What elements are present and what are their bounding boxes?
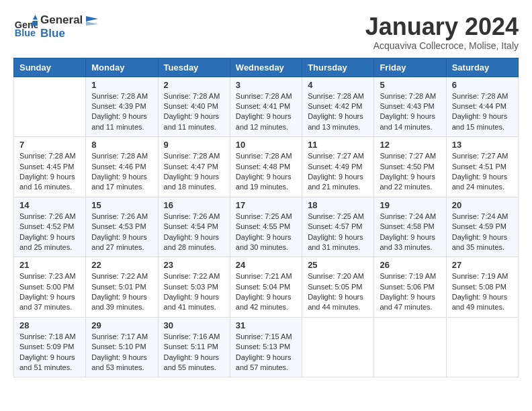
calendar-cell: 6Sunrise: 7:28 AMSunset: 4:44 PMDaylight… <box>446 77 518 137</box>
day-number: 29 <box>91 320 152 330</box>
calendar-cell: 16Sunrise: 7:26 AMSunset: 4:54 PMDayligh… <box>158 197 230 257</box>
day-info: Sunrise: 7:21 AMSunset: 5:04 PMDaylight:… <box>236 271 296 313</box>
day-number: 9 <box>164 140 224 150</box>
calendar-cell: 31Sunrise: 7:15 AMSunset: 5:13 PMDayligh… <box>230 317 302 377</box>
calendar-cell: 21Sunrise: 7:23 AMSunset: 5:00 PMDayligh… <box>14 257 86 318</box>
day-number: 13 <box>452 140 513 150</box>
day-info: Sunrise: 7:19 AMSunset: 5:06 PMDaylight:… <box>380 271 440 313</box>
week-row-1: 1Sunrise: 7:28 AMSunset: 4:39 PMDaylight… <box>14 77 519 137</box>
week-row-2: 7Sunrise: 7:28 AMSunset: 4:45 PMDaylight… <box>14 137 519 197</box>
day-info: Sunrise: 7:28 AMSunset: 4:44 PMDaylight:… <box>452 91 513 133</box>
day-info: Sunrise: 7:22 AMSunset: 5:03 PMDaylight:… <box>164 271 224 313</box>
calendar-cell: 26Sunrise: 7:19 AMSunset: 5:06 PMDayligh… <box>374 257 446 318</box>
day-number: 3 <box>236 80 296 90</box>
calendar-cell: 10Sunrise: 7:28 AMSunset: 4:48 PMDayligh… <box>230 137 302 197</box>
calendar-cell: 1Sunrise: 7:28 AMSunset: 4:39 PMDaylight… <box>86 77 158 137</box>
calendar-cell <box>374 317 446 377</box>
day-number: 24 <box>236 260 296 270</box>
logo-line2: Blue <box>40 27 98 40</box>
day-info: Sunrise: 7:22 AMSunset: 5:01 PMDaylight:… <box>91 271 152 313</box>
day-number: 18 <box>308 200 368 210</box>
day-number: 28 <box>19 320 80 330</box>
day-number: 25 <box>308 260 368 270</box>
column-header-tuesday: Tuesday <box>158 58 230 77</box>
calendar-cell: 28Sunrise: 7:18 AMSunset: 5:09 PMDayligh… <box>14 317 86 377</box>
day-number: 1 <box>91 80 152 90</box>
column-header-sunday: Sunday <box>14 58 86 77</box>
logo: General Blue General Blue <box>13 13 98 40</box>
location: Acquaviva Collecroce, Molise, Italy <box>365 40 519 51</box>
day-info: Sunrise: 7:28 AMSunset: 4:40 PMDaylight:… <box>164 91 224 133</box>
day-info: Sunrise: 7:24 AMSunset: 4:58 PMDaylight:… <box>380 212 440 253</box>
calendar-cell: 2Sunrise: 7:28 AMSunset: 4:40 PMDaylight… <box>158 77 230 137</box>
calendar-header-row: SundayMondayTuesdayWednesdayThursdayFrid… <box>14 58 519 77</box>
day-info: Sunrise: 7:28 AMSunset: 4:48 PMDaylight:… <box>236 151 296 193</box>
svg-marker-2 <box>33 15 38 19</box>
page-header: General Blue General Blue January 2024 A… <box>13 13 519 51</box>
day-number: 21 <box>19 260 80 270</box>
day-info: Sunrise: 7:19 AMSunset: 5:08 PMDaylight:… <box>452 271 513 313</box>
day-number: 12 <box>380 140 440 150</box>
day-number: 2 <box>164 80 224 90</box>
day-number: 14 <box>19 200 80 210</box>
calendar-cell <box>446 317 518 377</box>
calendar-cell: 7Sunrise: 7:28 AMSunset: 4:45 PMDaylight… <box>14 137 86 197</box>
calendar-table: SundayMondayTuesdayWednesdayThursdayFrid… <box>13 58 519 378</box>
logo-line1: General <box>40 13 98 27</box>
day-info: Sunrise: 7:28 AMSunset: 4:43 PMDaylight:… <box>380 91 440 133</box>
calendar-cell: 17Sunrise: 7:25 AMSunset: 4:55 PMDayligh… <box>230 197 302 257</box>
calendar-cell: 19Sunrise: 7:24 AMSunset: 4:58 PMDayligh… <box>374 197 446 257</box>
day-number: 7 <box>19 140 80 150</box>
day-number: 31 <box>236 320 296 330</box>
calendar-cell: 13Sunrise: 7:27 AMSunset: 4:51 PMDayligh… <box>446 137 518 197</box>
day-info: Sunrise: 7:28 AMSunset: 4:39 PMDaylight:… <box>91 91 152 133</box>
calendar-cell: 23Sunrise: 7:22 AMSunset: 5:03 PMDayligh… <box>158 257 230 318</box>
column-header-thursday: Thursday <box>302 58 374 77</box>
day-number: 17 <box>236 200 296 210</box>
calendar-cell: 14Sunrise: 7:26 AMSunset: 4:52 PMDayligh… <box>14 197 86 257</box>
day-info: Sunrise: 7:27 AMSunset: 4:49 PMDaylight:… <box>308 151 368 193</box>
title-block: January 2024 Acquaviva Collecroce, Molis… <box>365 13 519 51</box>
svg-text:Blue: Blue <box>15 28 36 38</box>
column-header-monday: Monday <box>86 58 158 77</box>
calendar-cell: 5Sunrise: 7:28 AMSunset: 4:43 PMDaylight… <box>374 77 446 137</box>
day-info: Sunrise: 7:26 AMSunset: 4:54 PMDaylight:… <box>164 212 224 253</box>
calendar-cell: 18Sunrise: 7:25 AMSunset: 4:57 PMDayligh… <box>302 197 374 257</box>
calendar-cell: 27Sunrise: 7:19 AMSunset: 5:08 PMDayligh… <box>446 257 518 318</box>
calendar-cell: 12Sunrise: 7:27 AMSunset: 4:50 PMDayligh… <box>374 137 446 197</box>
day-number: 16 <box>164 200 224 210</box>
week-row-4: 21Sunrise: 7:23 AMSunset: 5:00 PMDayligh… <box>14 257 519 318</box>
calendar-cell: 3Sunrise: 7:28 AMSunset: 4:41 PMDaylight… <box>230 77 302 137</box>
day-number: 26 <box>380 260 440 270</box>
day-number: 15 <box>91 200 152 210</box>
calendar-cell: 24Sunrise: 7:21 AMSunset: 5:04 PMDayligh… <box>230 257 302 318</box>
calendar-cell: 25Sunrise: 7:20 AMSunset: 5:05 PMDayligh… <box>302 257 374 318</box>
calendar-cell <box>14 77 86 137</box>
day-info: Sunrise: 7:26 AMSunset: 4:52 PMDaylight:… <box>19 212 80 253</box>
day-info: Sunrise: 7:28 AMSunset: 4:47 PMDaylight:… <box>164 151 224 193</box>
svg-marker-5 <box>86 21 98 26</box>
calendar-cell: 30Sunrise: 7:16 AMSunset: 5:11 PMDayligh… <box>158 317 230 377</box>
day-number: 19 <box>380 200 440 210</box>
column-header-friday: Friday <box>374 58 446 77</box>
day-info: Sunrise: 7:26 AMSunset: 4:53 PMDaylight:… <box>91 212 152 253</box>
day-number: 6 <box>452 80 513 90</box>
calendar-cell: 11Sunrise: 7:27 AMSunset: 4:49 PMDayligh… <box>302 137 374 197</box>
day-number: 20 <box>452 200 513 210</box>
logo-icon: General Blue <box>13 15 38 39</box>
svg-marker-4 <box>86 16 98 21</box>
column-header-saturday: Saturday <box>446 58 518 77</box>
day-info: Sunrise: 7:28 AMSunset: 4:45 PMDaylight:… <box>19 151 80 193</box>
day-number: 4 <box>308 80 368 90</box>
day-number: 22 <box>91 260 152 270</box>
day-info: Sunrise: 7:23 AMSunset: 5:00 PMDaylight:… <box>19 271 80 313</box>
logo-flag-icon <box>86 16 98 26</box>
week-row-3: 14Sunrise: 7:26 AMSunset: 4:52 PMDayligh… <box>14 197 519 257</box>
calendar-cell <box>302 317 374 377</box>
calendar-cell: 8Sunrise: 7:28 AMSunset: 4:46 PMDaylight… <box>86 137 158 197</box>
day-number: 30 <box>164 320 224 330</box>
calendar-cell: 22Sunrise: 7:22 AMSunset: 5:01 PMDayligh… <box>86 257 158 318</box>
day-info: Sunrise: 7:27 AMSunset: 4:51 PMDaylight:… <box>452 151 513 193</box>
day-info: Sunrise: 7:28 AMSunset: 4:46 PMDaylight:… <box>91 151 152 193</box>
day-info: Sunrise: 7:16 AMSunset: 5:11 PMDaylight:… <box>164 332 224 373</box>
